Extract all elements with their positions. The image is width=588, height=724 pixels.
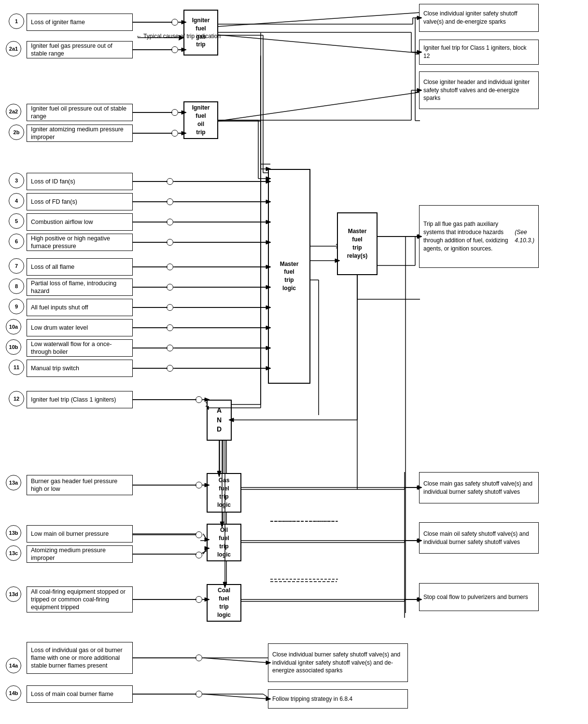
label-9: 9: [9, 299, 24, 314]
or-circle-13a: [196, 482, 202, 488]
label-14b: 14b: [6, 685, 21, 701]
or-circle-10a: [167, 324, 173, 331]
input-2a2: Igniter fuel oil pressure out of stable …: [27, 104, 133, 121]
input-2b: Igniter atomizing medium pressure improp…: [27, 125, 133, 142]
svg-line-170: [203, 534, 207, 540]
or-circle-13b: [196, 531, 202, 538]
or-circle-9: [167, 304, 173, 311]
label-13d: 13d: [6, 586, 21, 602]
input-14a: Loss of individual gas or oil burner fla…: [27, 642, 133, 674]
input-7: Loss of all flame: [27, 258, 133, 276]
label-8: 8: [9, 278, 24, 294]
label-2b: 2b: [9, 125, 24, 140]
label-1: 1: [9, 14, 24, 29]
master-fuel-relay-box: Masterfueltriprelay(s): [337, 212, 378, 275]
svg-line-10: [217, 92, 420, 121]
input-13b: Low main oil burner pressure: [27, 525, 133, 543]
and-gate-box: AND: [207, 400, 232, 441]
output-9: Follow tripping strategy in 6.8.4: [268, 689, 408, 709]
or-circle-14b: [196, 691, 202, 697]
svg-line-173: [203, 548, 207, 554]
or-circle-7: [167, 264, 173, 270]
or-circle-10b: [167, 345, 173, 351]
label-5: 5: [9, 213, 24, 229]
output-2: Igniter fuel trip for Class 1 igniters, …: [419, 40, 539, 65]
output-1: Close individual igniter safety shutoff …: [419, 4, 539, 32]
oil-fuel-logic-box: Oilfueltriplogic: [207, 524, 241, 561]
input-11: Manual trip switch: [27, 360, 133, 377]
input-1: Loss of igniter flame: [27, 14, 133, 31]
master-fuel-logic-box: Masterfueltriplogic: [268, 169, 310, 384]
label-13c: 13c: [6, 545, 21, 561]
or-circle-13c: [196, 552, 202, 558]
gas-fuel-logic-box: Gasfueltriplogic: [207, 473, 241, 513]
input-3: Loss of ID fan(s): [27, 173, 133, 190]
input-13c: Atomizing medium pressure improper: [27, 545, 133, 563]
annotation-typical-cause: ← Typical cause of trip indication: [136, 33, 221, 40]
svg-line-190: [203, 658, 268, 663]
or-circle-2a1: [171, 46, 178, 53]
label-13b: 13b: [6, 525, 21, 541]
input-4: Loss of FD fan(s): [27, 193, 133, 210]
or-circle-12: [196, 396, 202, 403]
coal-fuel-logic-box: Coalfueltriplogic: [207, 584, 241, 622]
or-circle-13d: [196, 596, 202, 603]
label-10a: 10a: [6, 319, 21, 334]
label-6: 6: [9, 234, 24, 249]
label-11: 11: [9, 360, 24, 375]
or-circle-5: [167, 219, 173, 225]
input-6: High positive or high negative furnace p…: [27, 234, 133, 251]
input-13a: Burner gas header fuel pressure high or …: [27, 475, 133, 495]
label-12: 12: [9, 391, 24, 406]
input-12: Igniter fuel trip (Class 1 igniters): [27, 391, 133, 408]
or-circle-4: [167, 198, 173, 205]
input-10a: Low drum water level: [27, 319, 133, 336]
label-10b: 10b: [6, 339, 21, 355]
diagram: 1 2a1 2a2 2b 3 4 5 6 7 8 9 10a 10b 11 12…: [0, 0, 588, 724]
label-2a2: 2a2: [6, 104, 21, 119]
or-circle-14a: [196, 654, 202, 661]
label-14a: 14a: [6, 658, 21, 673]
label-4: 4: [9, 193, 24, 209]
input-10b: Low waterwall flow for a once-through bo…: [27, 339, 133, 357]
label-3: 3: [9, 173, 24, 188]
output-5: Close main gas safety shutoff valve(s) a…: [419, 472, 539, 503]
output-7: Stop coal flow to pulverizers and burner…: [419, 583, 539, 611]
input-2a1: Igniter fuel gas pressure out of stable …: [27, 41, 133, 58]
input-8: Partial loss of flame, introducing hazar…: [27, 278, 133, 296]
or-circle-11: [167, 365, 173, 372]
input-14b: Loss of main coal burner flame: [27, 685, 133, 703]
svg-line-5: [217, 35, 420, 53]
or-circle-8: [167, 284, 173, 291]
output-3: Close igniter header and individual igni…: [419, 71, 539, 109]
input-13d: All coal-firing equipment stopped or tri…: [27, 586, 133, 613]
input-5: Combustion airflow low: [27, 213, 133, 231]
or-circle-3: [167, 178, 173, 185]
output-6: Close main oil safety shutoff valve(s) a…: [419, 522, 539, 554]
label-2a1: 2a1: [6, 41, 21, 56]
svg-line-193: [203, 694, 268, 699]
svg-line-4: [217, 13, 420, 27]
igniter-oil-trip-box: Igniterfueloiltrip: [183, 101, 218, 139]
or-circle-2b: [171, 130, 178, 137]
or-circle-1: [171, 19, 178, 26]
output-8: Close individual burner safety shutoff v…: [268, 643, 408, 682]
label-13a: 13a: [6, 475, 21, 490]
or-circle-2a2: [171, 109, 178, 116]
input-9: All fuel inputs shut off: [27, 299, 133, 316]
or-circle-6: [167, 239, 173, 246]
label-7: 7: [9, 258, 24, 274]
output-4: Trip all flue gas path auxiliary systems…: [419, 205, 539, 268]
